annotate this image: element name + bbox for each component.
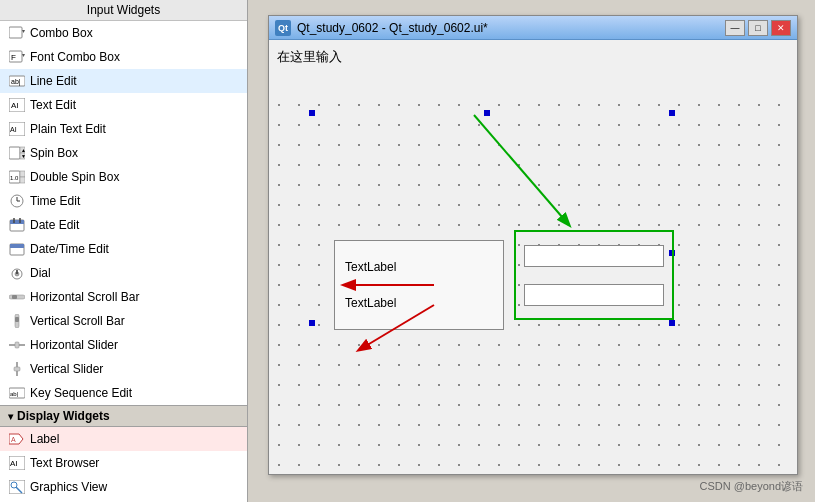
v-slider-icon	[8, 360, 26, 378]
line-input-2[interactable]	[524, 284, 664, 306]
text-edit-icon: AI	[8, 96, 26, 114]
svg-rect-0	[9, 27, 22, 38]
sidebar-item-plain-text-edit[interactable]: AI Plain Text Edit	[0, 117, 247, 141]
spin-box-icon: ▲▼	[8, 144, 26, 162]
date-edit-icon	[8, 216, 26, 234]
sidebar-header: Input Widgets	[0, 0, 247, 21]
plain-text-edit-icon: AI	[8, 120, 26, 138]
selection-dot	[309, 320, 315, 326]
label-icon: A	[8, 430, 26, 448]
font-combo-box-icon: F	[8, 48, 26, 66]
svg-text:ab|: ab|	[11, 78, 21, 86]
line-input-1[interactable]	[524, 245, 664, 267]
sidebar-item-line-edit[interactable]: ab| Line Edit	[0, 69, 247, 93]
h-slider-icon	[8, 336, 26, 354]
sidebar-item-v-slider[interactable]: Vertical Slider	[0, 357, 247, 381]
line-edit-icon: ab|	[8, 72, 26, 90]
sidebar-item-double-spin-box[interactable]: 1.0 Double Spin Box	[0, 165, 247, 189]
text-label-1: TextLabel	[345, 260, 493, 274]
dial-icon	[8, 264, 26, 282]
sidebar-item-combo-box[interactable]: Combo Box	[0, 21, 247, 45]
text-label-2: TextLabel	[345, 296, 493, 310]
text-browser-icon: AI	[8, 454, 26, 472]
svg-text:ab|: ab|	[10, 391, 19, 397]
selection-dot	[484, 110, 490, 116]
svg-text:AI: AI	[10, 459, 18, 468]
svg-text:AI: AI	[11, 101, 19, 110]
sidebar-item-spin-box[interactable]: ▲▼ Spin Box	[0, 141, 247, 165]
svg-rect-11	[9, 147, 20, 159]
display-widgets-header: ▾ Display Widgets	[0, 405, 247, 427]
double-spin-box-icon: 1.0	[8, 168, 26, 186]
svg-rect-17	[20, 171, 25, 177]
selection-dot	[669, 110, 675, 116]
qt-maximize-btn[interactable]: □	[748, 20, 768, 36]
sidebar-item-graphics-view[interactable]: Graphics View	[0, 475, 247, 499]
sidebar-item-date-edit[interactable]: Date Edit	[0, 213, 247, 237]
svg-text:F: F	[11, 53, 16, 62]
svg-rect-37	[15, 342, 19, 348]
selection-dot	[669, 320, 675, 326]
graphics-view-icon	[8, 478, 26, 496]
sidebar-item-h-slider[interactable]: Horizontal Slider	[0, 333, 247, 357]
main-area: Qt Qt_study_0602 - Qt_study_0602.ui* — □…	[248, 0, 815, 502]
svg-rect-35	[15, 317, 19, 322]
sidebar-item-time-edit[interactable]: Time Edit	[0, 189, 247, 213]
svg-line-49	[474, 115, 569, 225]
sidebar-item-key-seq[interactable]: ab| Key Sequence Edit	[0, 381, 247, 405]
svg-rect-28	[10, 244, 24, 248]
v-scroll-icon	[8, 312, 26, 330]
qt-close-btn[interactable]: ✕	[771, 20, 791, 36]
sidebar-item-label[interactable]: A Label	[0, 427, 247, 451]
datetime-edit-icon	[8, 240, 26, 258]
sidebar: Input Widgets Combo Box F Font Combo Box…	[0, 0, 248, 502]
sidebar-item-datetime-edit[interactable]: Date/Time Edit	[0, 237, 247, 261]
section-collapse-icon: ▾	[8, 411, 13, 422]
sidebar-item-font-combo-box[interactable]: F Font Combo Box	[0, 45, 247, 69]
svg-text:AI: AI	[10, 126, 17, 133]
qt-window-title: Qt_study_0602 - Qt_study_0602.ui*	[297, 21, 725, 35]
qt-titlebar: Qt Qt_study_0602 - Qt_study_0602.ui* — □…	[269, 16, 797, 40]
qt-minimize-btn[interactable]: —	[725, 20, 745, 36]
sidebar-item-text-browser[interactable]: AI Text Browser	[0, 451, 247, 475]
qt-placeholder-text: 在这里输入	[277, 48, 789, 66]
svg-rect-33	[12, 295, 17, 299]
h-scroll-icon	[8, 288, 26, 306]
svg-text:▼: ▼	[21, 153, 25, 159]
sidebar-item-v-scroll[interactable]: Vertical Scroll Bar	[0, 309, 247, 333]
canvas-area[interactable]: TextLabel TextLabel	[269, 95, 797, 474]
text-label-box: TextLabel TextLabel	[334, 240, 504, 330]
svg-rect-24	[10, 220, 24, 224]
sidebar-item-h-scroll[interactable]: Horizontal Scroll Bar	[0, 285, 247, 309]
svg-rect-39	[14, 367, 20, 371]
watermark: CSDN @beyond谚语	[700, 479, 803, 494]
qt-app-icon: Qt	[275, 20, 291, 36]
time-edit-icon	[8, 192, 26, 210]
qt-window-controls: — □ ✕	[725, 20, 791, 36]
sidebar-item-text-edit[interactable]: AI Text Edit	[0, 93, 247, 117]
qt-content: 在这里输入 TextLabel TextLabel	[269, 40, 797, 474]
svg-text:1.0: 1.0	[10, 175, 19, 181]
svg-text:A: A	[11, 436, 16, 443]
key-seq-icon: ab|	[8, 384, 26, 402]
selection-dot	[309, 110, 315, 116]
svg-rect-18	[20, 177, 25, 183]
lineedit-box	[514, 230, 674, 320]
qt-window: Qt Qt_study_0602 - Qt_study_0602.ui* — □…	[268, 15, 798, 475]
combo-box-icon	[8, 24, 26, 42]
sidebar-item-dial[interactable]: Dial	[0, 261, 247, 285]
